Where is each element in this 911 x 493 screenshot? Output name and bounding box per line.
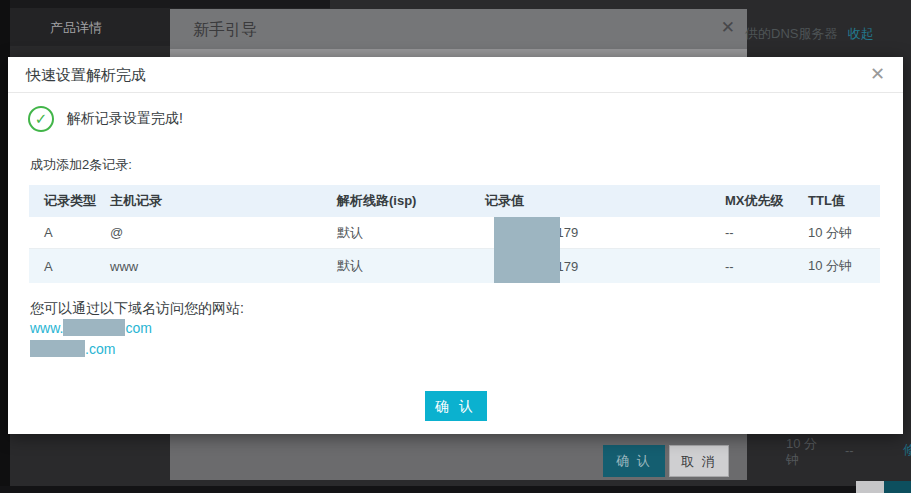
site-link-www[interactable]: www.com	[30, 319, 152, 336]
col-ttl: TTL值	[808, 192, 880, 210]
background-edit-link-fragment: 修	[903, 441, 911, 459]
guide-confirm-button[interactable]: 确 认	[603, 445, 665, 477]
background-cancel-button-fragment	[856, 481, 884, 493]
success-message: 解析记录设置完成!	[67, 110, 183, 128]
visit-hint: 您可以通过以下域名访问您的网站:	[30, 300, 244, 318]
records-added-label: 成功添加2条记录:	[30, 156, 132, 174]
redacted-domain-mask	[63, 319, 125, 336]
top-bar	[10, 0, 330, 8]
table-row: A @ 默认 .179 -- 10 分钟	[29, 217, 880, 249]
newbie-guide-title: 新手引导	[193, 20, 257, 41]
table-header-row: 记录类型 主机记录 解析线路(isp) 记录值 MX优先级 TTL值	[29, 185, 880, 217]
background-ttl-fragment: 10 分 钟	[786, 436, 817, 468]
background-mx-fragment: --	[845, 443, 854, 458]
cell-line: 默认	[337, 224, 485, 242]
tab-product-detail[interactable]: 产品详情	[50, 19, 102, 37]
cell-host-record: www	[110, 259, 337, 274]
confirm-button[interactable]: 确 认	[425, 391, 487, 421]
cell-host-record: @	[110, 225, 337, 240]
redacted-domain-mask	[30, 340, 85, 357]
cell-record-type: A	[29, 259, 110, 274]
cell-mx-priority: --	[725, 259, 808, 274]
cell-ttl: 10 分钟	[808, 224, 880, 242]
cell-mx-priority: --	[725, 225, 808, 240]
background-confirm-button-fragment	[884, 481, 911, 493]
site-link-root[interactable]: .com	[30, 340, 115, 357]
guide-cancel-button[interactable]: 取 消	[669, 445, 729, 477]
close-icon[interactable]: ✕	[721, 17, 735, 38]
cell-ttl: 10 分钟	[808, 257, 880, 275]
modal-title: 快速设置解析完成	[26, 66, 146, 85]
newbie-guide-header: 新手引导 ✕	[170, 9, 747, 49]
modal-header: 快速设置解析完成 ✕	[8, 57, 903, 93]
cell-line: 默认	[337, 257, 485, 275]
cell-record-type: A	[29, 225, 110, 240]
dns-server-text: 供的DNS服务器	[745, 26, 837, 41]
col-record-type: 记录类型	[29, 192, 110, 210]
close-icon[interactable]: ✕	[870, 63, 885, 85]
col-line: 解析线路(isp)	[337, 192, 485, 210]
newbie-guide-divider	[170, 49, 747, 57]
quick-setup-complete-modal: 快速设置解析完成 ✕ ✓ 解析记录设置完成! 成功添加2条记录: 记录类型 主机…	[8, 57, 903, 434]
bottom-edge-strip	[0, 486, 860, 493]
page-root: 产品详情 新手引导 ✕ 确 认 取 消 供的DNS服务器收起 10 分 钟 --…	[0, 0, 911, 493]
col-host-record: 主机记录	[110, 192, 337, 210]
success-check-icon: ✓	[28, 106, 54, 132]
col-mx-priority: MX优先级	[725, 192, 808, 210]
table-row: A www 默认 .179 -- 10 分钟	[29, 249, 880, 283]
success-message-row: ✓ 解析记录设置完成!	[28, 106, 183, 132]
col-record-value: 记录值	[485, 192, 725, 210]
records-table: 记录类型 主机记录 解析线路(isp) 记录值 MX优先级 TTL值 A @ 默…	[29, 185, 880, 283]
collapse-link[interactable]: 收起	[847, 26, 873, 41]
redacted-value-mask	[494, 217, 560, 283]
dns-server-caption: 供的DNS服务器收起	[745, 25, 873, 43]
